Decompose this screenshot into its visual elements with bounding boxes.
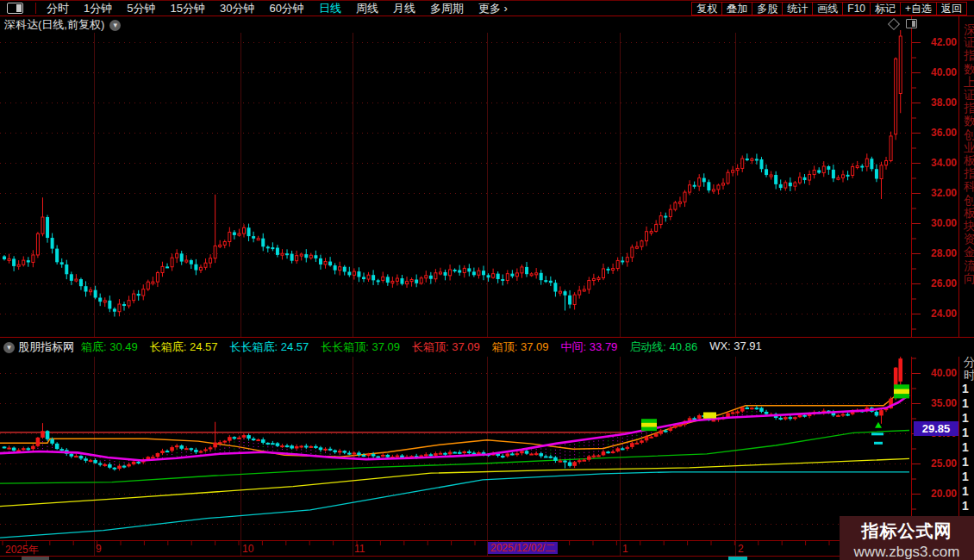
panel-axis-label: 40.00 <box>912 367 957 379</box>
candle-body-up <box>732 171 734 173</box>
panel-candle-body <box>31 446 35 449</box>
candle-body-up <box>396 278 398 281</box>
clipped-number: 1 <box>962 440 969 454</box>
candle-body-down <box>702 178 706 183</box>
clipped-quote-panel-strip[interactable]: 深证指数上证指数创业板指科创板块资金流向自分时1111111111 <box>959 16 974 560</box>
panel-candle-body <box>74 456 78 457</box>
panel-candle-body <box>127 464 131 466</box>
candle-body-up <box>813 170 815 174</box>
clipped-number: 1 <box>962 499 969 513</box>
candle-body-up <box>635 246 638 248</box>
panel-candle-body <box>184 448 189 450</box>
candle-body-up <box>794 183 796 186</box>
panel-candle-body <box>199 451 203 453</box>
panel-candle-body <box>592 456 596 457</box>
main-axis-label: 36.00 <box>912 127 957 139</box>
indicator-source-name[interactable]: 股朋指标网 <box>18 339 74 355</box>
clipped-number: 1 <box>962 396 969 410</box>
period-tab-11[interactable]: 更多 › <box>478 1 508 16</box>
split-pane-icon[interactable] <box>906 19 917 28</box>
panel-candle-body <box>759 408 764 412</box>
clipped-glyph: 创 <box>964 194 974 207</box>
period-tab-1[interactable]: 分时 <box>47 1 69 16</box>
clipped-glyph: 流 <box>964 259 974 272</box>
clipped-glyph: 分 <box>964 356 974 369</box>
indicator-field-9: WX: 37.91 <box>709 339 762 355</box>
candle-body-down <box>194 264 197 271</box>
period-tab-10[interactable]: 多周期 <box>430 1 464 16</box>
toolbar-action-8[interactable]: +自选 <box>900 2 937 16</box>
candle-body-down <box>540 273 543 280</box>
panel-candle-body <box>846 414 850 416</box>
clipped-number: 1 <box>962 426 969 439</box>
candle-body-down <box>261 239 265 247</box>
chevron-down-icon[interactable]: ▾ <box>3 342 15 353</box>
candle-body-up <box>156 273 159 283</box>
toolbar-action-3[interactable]: 多股 <box>752 2 783 16</box>
toolbar-action-1[interactable]: 复权 <box>691 2 722 16</box>
period-tab-2[interactable]: 1分钟 <box>84 1 112 16</box>
period-tab-8[interactable]: 周线 <box>356 1 378 16</box>
candle-body-up <box>406 282 409 284</box>
candle-body-up <box>899 36 902 93</box>
panel-candle-body <box>635 443 640 445</box>
candle-body-up <box>128 301 130 306</box>
toolbar-action-2[interactable]: 叠加 <box>721 2 752 16</box>
candlestick-chart-area[interactable] <box>0 0 974 560</box>
candle-body-up <box>626 258 628 262</box>
panel-candle-body <box>295 446 299 448</box>
panel-candle-body <box>802 415 807 417</box>
panel-candle-body <box>304 445 309 447</box>
panel-candle-body <box>602 451 606 455</box>
panel-candle-body <box>549 457 553 458</box>
candle-body-up <box>530 274 533 276</box>
toolbar-action-6[interactable]: F10 <box>842 2 871 16</box>
panel-candle-body <box>841 414 846 416</box>
panel-candle-body <box>280 445 284 447</box>
candle-body-up <box>822 166 825 173</box>
panel-toggle-icon[interactable] <box>7 3 23 14</box>
panel-candle-body <box>596 455 601 457</box>
candle-body-up <box>842 175 845 177</box>
panel-candle-body <box>898 358 902 382</box>
period-tab-5[interactable]: 30分钟 <box>220 1 254 16</box>
candle-body-down <box>122 304 126 306</box>
toolbar-action-4[interactable]: 统计 <box>782 2 813 16</box>
panel-candle-body <box>467 451 471 453</box>
candle-body-up <box>176 253 178 258</box>
toolbar-action-5[interactable]: 画线 <box>812 2 843 16</box>
toolbar: 分时1分钟5分钟15分钟30分钟60分钟日线周线月线多周期更多 › 复权叠加多股… <box>0 0 974 16</box>
clipped-glyph: 业 <box>964 141 974 154</box>
long-box-bottom-line <box>0 458 909 506</box>
candle-body-up <box>722 184 725 185</box>
toolbar-action-7[interactable]: 标记 <box>870 2 901 16</box>
candle-body-up <box>612 269 615 271</box>
panel-candle-body <box>194 450 198 452</box>
candle-body-down <box>3 257 6 260</box>
panel-candle-body <box>621 448 625 450</box>
candle-body-up <box>865 159 868 166</box>
time-axis-label: 10 <box>242 543 253 555</box>
chevron-down-icon[interactable]: ▾ <box>109 20 121 31</box>
panel-candle-body <box>396 456 400 457</box>
period-tab-4[interactable]: 15分钟 <box>170 1 204 16</box>
panel-candle-body <box>836 415 840 417</box>
candle-body-up <box>199 267 202 270</box>
panel-candle-body <box>213 443 217 448</box>
panel-candle-body <box>3 446 7 448</box>
panel-candle-body <box>510 453 515 455</box>
panel-candle-body <box>93 460 97 464</box>
panel-candle-body <box>506 453 510 456</box>
panel-candle-body <box>697 415 702 419</box>
toolbar-action-9[interactable]: 返回 <box>936 2 967 16</box>
panel-candle-body <box>136 462 140 464</box>
panel-candle-body <box>735 412 740 414</box>
diamond-icon[interactable] <box>888 17 900 29</box>
period-tab-7[interactable]: 日线 <box>319 1 341 16</box>
period-tab-9[interactable]: 月线 <box>393 1 415 16</box>
panel-candle-body <box>156 453 160 457</box>
period-tab-6[interactable]: 60分钟 <box>269 1 303 16</box>
candle-body-down <box>779 184 783 188</box>
candle-body-up <box>890 136 892 161</box>
period-tab-3[interactable]: 5分钟 <box>127 1 155 16</box>
